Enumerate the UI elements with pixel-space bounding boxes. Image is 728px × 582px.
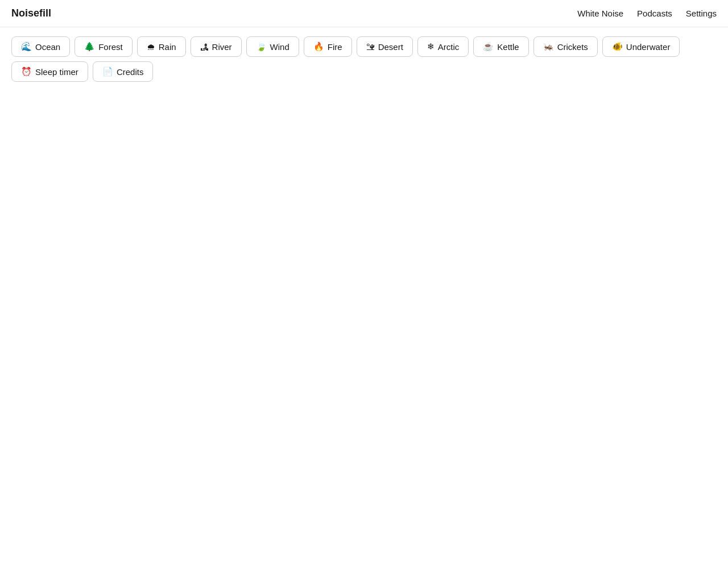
sound-btn-desert[interactable]: 🏜Desert	[357, 36, 413, 57]
sound-btn-kettle[interactable]: ☕Kettle	[473, 36, 528, 57]
river-icon: 🏞	[200, 42, 209, 52]
nav-settings[interactable]: Settings	[686, 9, 717, 18]
sound-btn-crickets[interactable]: 🦗Crickets	[533, 36, 598, 57]
desert-label: Desert	[378, 42, 403, 52]
sleep-timer-icon: ⏰	[21, 66, 32, 77]
fire-icon: 🔥	[313, 41, 324, 52]
credits-label: Credits	[117, 67, 144, 77]
kettle-icon: ☕	[483, 41, 494, 52]
wind-label: Wind	[270, 42, 289, 52]
rain-label: Rain	[159, 42, 176, 52]
sound-btn-river[interactable]: 🏞River	[191, 36, 242, 57]
sound-btn-rain[interactable]: 🌧Rain	[137, 36, 186, 57]
app-title: Noisefill	[11, 7, 51, 19]
fire-label: Fire	[328, 42, 342, 52]
nav-links: White Noise Podcasts Settings	[577, 9, 717, 18]
sound-btn-ocean[interactable]: 🌊Ocean	[11, 36, 70, 57]
nav-white-noise[interactable]: White Noise	[577, 9, 623, 18]
river-label: River	[212, 42, 232, 52]
sound-btn-arctic[interactable]: ❄Arctic	[417, 36, 469, 57]
kettle-label: Kettle	[497, 42, 519, 52]
ocean-icon: 🌊	[21, 41, 32, 52]
sound-btn-fire[interactable]: 🔥Fire	[304, 36, 352, 57]
sound-btn-wind[interactable]: 🍃Wind	[246, 36, 299, 57]
desert-icon: 🏜	[366, 42, 375, 52]
sound-buttons-row2: ⏰Sleep timer📄Credits	[0, 61, 728, 91]
crickets-icon: 🦗	[543, 41, 554, 52]
ocean-label: Ocean	[35, 42, 60, 52]
rain-icon: 🌧	[147, 42, 155, 52]
forest-label: Forest	[98, 42, 123, 52]
crickets-label: Crickets	[557, 42, 588, 52]
wind-icon: 🍃	[256, 41, 267, 52]
app-header: Noisefill White Noise Podcasts Settings	[0, 0, 728, 27]
forest-icon: 🌲	[84, 41, 95, 52]
sound-btn-underwater[interactable]: 🐠Underwater	[602, 36, 680, 57]
sleep-timer-label: Sleep timer	[35, 67, 78, 77]
credits-icon: 📄	[102, 66, 113, 77]
underwater-icon: 🐠	[612, 41, 623, 52]
sound-btn-credits[interactable]: 📄Credits	[93, 61, 154, 82]
underwater-label: Underwater	[626, 42, 671, 52]
arctic-icon: ❄	[427, 41, 435, 52]
sound-btn-sleep-timer[interactable]: ⏰Sleep timer	[11, 61, 88, 82]
arctic-label: Arctic	[438, 42, 460, 52]
sound-btn-forest[interactable]: 🌲Forest	[75, 36, 133, 57]
nav-podcasts[interactable]: Podcasts	[637, 9, 672, 18]
sound-buttons-row1: 🌊Ocean🌲Forest🌧Rain🏞River🍃Wind🔥Fire🏜Deser…	[0, 27, 728, 61]
